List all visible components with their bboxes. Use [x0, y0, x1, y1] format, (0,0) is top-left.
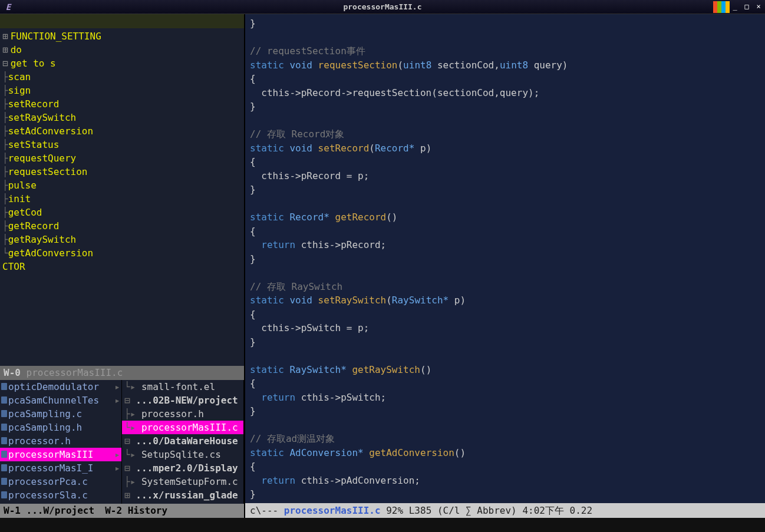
- code-line: }: [250, 100, 760, 114]
- code-line: // 存取 RaySwitch: [250, 280, 760, 294]
- code-line: return cthis->pRecord;: [250, 238, 760, 252]
- window-title: processorMasIII.c: [343, 2, 421, 11]
- history-item[interactable]: ⊟ ...0/DataWareHouse: [122, 434, 243, 448]
- outline-item[interactable]: ⊞FUNCTION_SETTING: [2, 29, 242, 43]
- minibuffer[interactable]: [0, 518, 765, 532]
- history-item[interactable]: ⊟ ...mper2.0/Display: [122, 461, 243, 475]
- code-line: }: [250, 183, 760, 197]
- outline-item[interactable]: ⊟get to s: [2, 57, 242, 70]
- file-item[interactable]: pcaSamChunnelTes▸: [0, 394, 121, 407]
- outline-item[interactable]: ├scan: [2, 70, 242, 84]
- code-line: [250, 197, 760, 211]
- project-files-pane[interactable]: opticDemodulator▸pcaSamChunnelTes▸pcaSam…: [0, 380, 122, 504]
- history-item[interactable]: ⊟ ...02B-NEW/project: [122, 394, 243, 407]
- file-item[interactable]: processorPca.c: [0, 475, 121, 488]
- code-editor[interactable]: } // requestSection事件static void request…: [245, 14, 765, 503]
- code-line: {: [250, 308, 760, 322]
- code-line: static void setRaySwitch(RaySwitch* p): [250, 293, 760, 308]
- code-line: cthis->pRecord->requestSection(sectionCo…: [250, 86, 760, 100]
- windows-flag-icon: [713, 1, 730, 13]
- code-line: }: [250, 487, 760, 501]
- outline-item[interactable]: CTOR: [2, 260, 242, 273]
- maximize-button[interactable]: □: [743, 3, 751, 11]
- code-line: [250, 418, 760, 432]
- code-line: // 存取ad测温对象: [250, 432, 760, 446]
- outline-pane[interactable]: ⊞FUNCTION_SETTING⊞do⊟get to s ├scan ├sig…: [0, 28, 244, 366]
- bottom-modeline: W-1 ...W/project W-2 History: [0, 504, 244, 518]
- file-item[interactable]: pcaSampling.h: [0, 421, 121, 434]
- file-item[interactable]: processor.h: [0, 434, 121, 448]
- code-line: cthis->pSwitch = p;: [250, 321, 760, 335]
- code-line: return cthis->pAdConversion;: [250, 474, 760, 488]
- file-item[interactable]: processorSla.c: [0, 488, 121, 502]
- close-button[interactable]: ×: [754, 3, 763, 11]
- file-item[interactable]: opticDemodulator▸: [0, 380, 121, 394]
- code-line: static void requestSection(uint8 section…: [250, 58, 760, 72]
- outline-item[interactable]: ├sign: [2, 84, 242, 97]
- code-line: cthis->pRecord = p;: [250, 169, 760, 183]
- outline-item[interactable]: ├setRecord: [2, 97, 242, 111]
- code-line: {: [250, 224, 760, 239]
- code-line: }: [250, 335, 760, 349]
- code-line: {: [250, 72, 760, 86]
- outline-item[interactable]: ├getRaySwitch: [2, 233, 242, 246]
- file-item[interactable]: pcaSampling.c: [0, 407, 121, 421]
- code-line: // requestSection事件: [250, 44, 760, 58]
- outline-header-bar: [0, 14, 244, 28]
- history-item[interactable]: └▸ processorMasIII.c: [122, 421, 243, 434]
- code-line: static RaySwitch* getRaySwitch(): [250, 363, 760, 377]
- outline-item[interactable]: ├getRecord: [2, 219, 242, 233]
- code-line: static Record* getRecord(): [250, 210, 760, 224]
- code-modeline: c\--- processorMasIII.c 92% L385 (C/l ∑ …: [245, 503, 765, 518]
- history-item[interactable]: ├▸ SystemSetupForm.c: [122, 475, 243, 488]
- outline-item[interactable]: ├setAdConversion: [2, 124, 242, 138]
- outline-item[interactable]: ├requestQuery: [2, 151, 242, 165]
- code-line: {: [250, 376, 760, 391]
- outline-item[interactable]: ⊞do: [2, 43, 242, 57]
- code-line: return cthis->pSwitch;: [250, 391, 760, 405]
- code-line: [250, 266, 760, 280]
- history-pane[interactable]: └▸ small-font.el⊟ ...02B-NEW/project ├▸ …: [122, 380, 244, 504]
- history-item[interactable]: └▸ small-font.el: [122, 380, 243, 394]
- minimize-button[interactable]: _: [731, 3, 739, 11]
- code-line: [250, 31, 760, 45]
- outline-item[interactable]: └getAdConversion: [2, 246, 242, 260]
- history-item[interactable]: ⊞ ...x/russian_glade: [122, 488, 243, 502]
- history-item[interactable]: └▸ SetupSqlite.cs: [122, 448, 243, 461]
- code-line: static AdConversion* getAdConversion(): [250, 446, 760, 460]
- outline-modeline: W-0 processorMasIII.c: [0, 366, 244, 380]
- code-line: {: [250, 155, 760, 169]
- code-line: }: [250, 16, 760, 31]
- file-item[interactable]: processorMasI_I▸: [0, 461, 121, 475]
- code-line: [250, 114, 760, 128]
- outline-item[interactable]: ├getCod: [2, 206, 242, 219]
- outline-item[interactable]: ├setRaySwitch: [2, 111, 242, 124]
- code-line: {: [250, 460, 760, 474]
- code-line: }: [250, 252, 760, 266]
- history-item[interactable]: ├▸ processor.h: [122, 407, 243, 421]
- code-line: // 存取 Record对象: [250, 127, 760, 141]
- outline-item[interactable]: ├setStatus: [2, 138, 242, 151]
- emacs-icon: E: [2, 1, 14, 13]
- code-line: static void setRecord(Record* p): [250, 141, 760, 156]
- code-line: [250, 349, 760, 363]
- outline-item[interactable]: ├requestSection: [2, 165, 242, 179]
- titlebar: E processorMasIII.c _ □ ×: [0, 0, 765, 14]
- outline-item[interactable]: ├init: [2, 192, 242, 206]
- outline-item[interactable]: ├pulse: [2, 179, 242, 192]
- file-item[interactable]: processorMasIII▸: [0, 448, 121, 461]
- code-line: }: [250, 404, 760, 418]
